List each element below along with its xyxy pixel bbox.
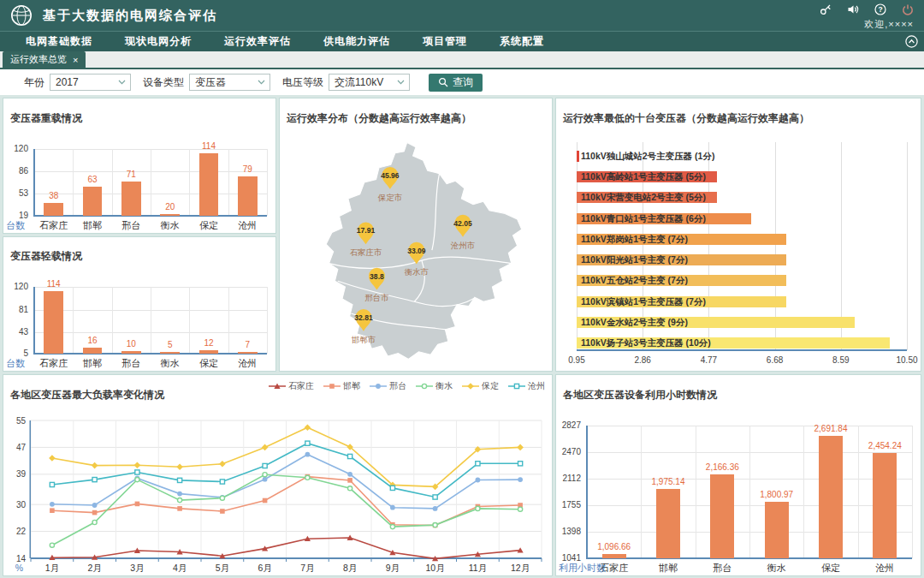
- voltage-level-label: 电压等级: [282, 75, 323, 90]
- year-label: 年份: [24, 75, 44, 90]
- tab-label: 运行效率总览: [10, 53, 67, 66]
- query-button-label: 查询: [453, 75, 473, 90]
- panel-transformer-overload: 变压器重载情况 19538612038石家庄63邯郸71邢台20衡水114保定7…: [3, 98, 276, 234]
- bar-沧州: [873, 453, 897, 558]
- tab-bar: 运行效率总览 ×: [0, 51, 924, 69]
- nav-item-3[interactable]: 运行效率评估: [224, 34, 291, 49]
- svg-text:17.91: 17.91: [357, 226, 376, 235]
- svg-text:沧州市: 沧州市: [451, 240, 476, 249]
- bar-衡水: [160, 214, 180, 216]
- svg-text:石家庄市: 石家庄市: [350, 247, 382, 257]
- svg-text:5月: 5月: [216, 563, 229, 573]
- query-button[interactable]: 查询: [429, 74, 483, 92]
- svg-text:38.8: 38.8: [370, 272, 384, 281]
- svg-text:12月: 12月: [511, 563, 530, 573]
- svg-text:8月: 8月: [343, 563, 357, 573]
- svg-text:32.81: 32.81: [354, 313, 373, 322]
- search-icon: [438, 77, 448, 87]
- panel-max-load-rate: 各地区变压器最大负载率变化情况 石家庄邯郸邢台衡水保定沧州 1422303947…: [3, 374, 553, 576]
- legend-item-沧州[interactable]: 沧州: [508, 380, 545, 392]
- tab-efficiency-overview[interactable]: 运行效率总览 ×: [3, 51, 86, 68]
- svg-text:42.05: 42.05: [453, 219, 472, 228]
- svg-text:22: 22: [16, 527, 27, 536]
- svg-text:10月: 10月: [426, 563, 445, 573]
- year-select[interactable]: 2017: [50, 74, 131, 91]
- legend-item-邯郸[interactable]: 邯郸: [323, 380, 360, 392]
- svg-text:4月: 4月: [173, 563, 187, 573]
- help-icon[interactable]: ?: [874, 3, 886, 15]
- bar-邢台: [710, 474, 734, 558]
- welcome-text: 欢迎,××××: [820, 18, 914, 31]
- key-icon[interactable]: [820, 3, 832, 15]
- bar-邢台: [121, 351, 141, 354]
- svg-text:1月: 1月: [45, 563, 59, 573]
- svg-text:6月: 6月: [258, 563, 271, 573]
- line-chart-legend: 石家庄邯郸邢台衡水保定沧州: [269, 380, 545, 392]
- device-type-select[interactable]: 变压器: [189, 74, 270, 91]
- sound-icon[interactable]: [847, 3, 859, 15]
- overload-bar-chart: 19538612038石家庄63邯郸71邢台20衡水114保定79沧州台数: [3, 135, 275, 233]
- voltage-level-value: 交流110kV: [335, 75, 383, 90]
- chevron-down-icon: [397, 80, 405, 85]
- tab-close-icon[interactable]: ×: [73, 55, 78, 65]
- bar-邯郸: [83, 348, 103, 355]
- svg-text:30: 30: [16, 500, 27, 509]
- legend-item-石家庄[interactable]: 石家庄: [269, 380, 314, 392]
- svg-text:33.09: 33.09: [407, 246, 426, 254]
- nav-item-6[interactable]: 系统配置: [500, 34, 544, 49]
- svg-text:邯郸市: 邯郸市: [352, 334, 376, 343]
- app-title: 基于大数据的电网综合评估: [43, 8, 217, 24]
- bar-保定: [199, 350, 219, 355]
- legend-item-保定[interactable]: 保定: [462, 380, 499, 392]
- bar-衡水: [765, 502, 789, 558]
- svg-text:?: ?: [878, 5, 882, 14]
- efficiency-map: 45.96保定市42.05沧州市17.91石家庄市33.09衡水市38.8邢台市…: [280, 135, 552, 371]
- panel-title: 运行效率分布（分数越高运行效率越高）: [280, 107, 552, 127]
- svg-text:39: 39: [16, 469, 27, 479]
- svg-text:11月: 11月: [469, 563, 487, 573]
- dashboard-content: 变压器重载情况 19538612038石家庄63邯郸71邢台20衡水114保定7…: [0, 95, 924, 578]
- load-rate-line-chart: 1422303947551月2月3月4月5月6月7月8月9月10月11月12月%: [3, 412, 552, 575]
- power-icon[interactable]: [902, 3, 914, 15]
- svg-text:7月: 7月: [300, 563, 314, 573]
- panel-title: 变压器轻载情况: [3, 245, 275, 265]
- app-window: 基于大数据的电网综合评估 ? 欢迎,×××× 电网基础数据现状电网分析运行效率评…: [0, 0, 924, 578]
- worst-ten-hbar-chart: 0.952.864.776.688.5910.50110kV独山城站2号主变压器…: [556, 135, 921, 371]
- svg-text:3月: 3月: [130, 563, 144, 573]
- nav-item-4[interactable]: 供电能力评估: [323, 34, 390, 49]
- svg-text:47: 47: [16, 443, 27, 452]
- device-type-value: 变压器: [195, 75, 226, 90]
- svg-text:55: 55: [16, 415, 27, 425]
- nav-item-5[interactable]: 项目管理: [423, 34, 467, 49]
- usage-hours-bar-chart: 1041139817552112247028271,096.66石家庄1,975…: [556, 412, 921, 575]
- bar-邢台: [121, 182, 141, 216]
- nav-item-1[interactable]: 电网基础数据: [26, 34, 92, 49]
- header-right: ? 欢迎,××××: [820, 3, 914, 31]
- bar-石家庄: [602, 554, 626, 558]
- main-nav: 电网基础数据现状电网分析运行效率评估供电能力评估项目管理系统配置: [0, 31, 924, 51]
- lightload-bar-chart: 54381120114石家庄16邯郸10邢台5衡水12保定7沧州台数: [3, 273, 275, 371]
- chevron-down-icon: [258, 80, 265, 85]
- svg-text:邢台市: 邢台市: [364, 293, 389, 302]
- panel-usage-hours: 各地区变压器设备利用小时数情况 104113981755211224702827…: [555, 374, 921, 576]
- bar-保定: [819, 436, 843, 558]
- bar-沧州: [238, 176, 258, 216]
- svg-text:14: 14: [16, 553, 27, 563]
- svg-text:2月: 2月: [87, 563, 101, 573]
- bar-邯郸: [656, 489, 680, 558]
- nav-item-2[interactable]: 现状电网分析: [125, 34, 192, 49]
- scroll-top-icon[interactable]: [905, 35, 918, 48]
- panel-title: 变压器重载情况: [3, 107, 275, 127]
- app-logo-icon: [10, 4, 33, 27]
- bar-保定: [199, 153, 219, 216]
- panel-efficiency-map: 运行效率分布（分数越高运行效率越高） 45.96保定市42.05沧州市17.91…: [279, 98, 553, 372]
- voltage-level-select[interactable]: 交流110kV: [329, 74, 410, 91]
- chevron-down-icon: [118, 80, 126, 85]
- legend-item-衡水[interactable]: 衡水: [416, 380, 453, 392]
- bar-衡水: [160, 352, 180, 354]
- panel-title: 运行效率最低的十台变压器（分数越高运行效率越高）: [556, 107, 921, 127]
- app-header: 基于大数据的电网综合评估 ? 欢迎,××××: [0, 0, 924, 31]
- legend-item-邢台[interactable]: 邢台: [370, 380, 406, 392]
- bar-石家庄: [44, 291, 63, 355]
- panel-transformer-lightload: 变压器轻载情况 54381120114石家庄16邯郸10邢台5衡水12保定7沧州…: [3, 236, 276, 372]
